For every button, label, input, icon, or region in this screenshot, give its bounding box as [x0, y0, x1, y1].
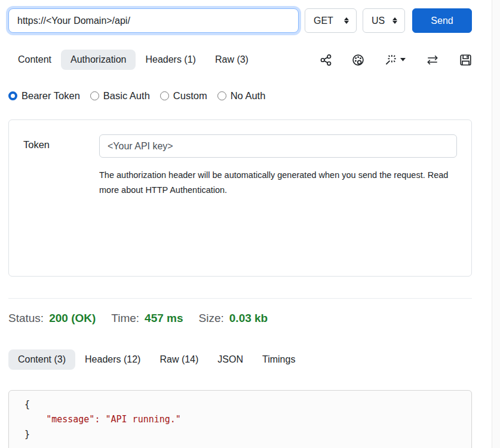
method-select[interactable]: GET [305, 8, 357, 33]
time-label: Time: [111, 312, 139, 325]
response-time: Time: 457 ms [111, 312, 183, 325]
send-button[interactable]: Send [412, 8, 472, 33]
palette-icon[interactable] [352, 54, 364, 66]
tab-response-raw[interactable]: Raw (14) [150, 349, 208, 370]
radio-no-auth[interactable]: No Auth [217, 90, 266, 102]
response-body: { "message": "API running." } [8, 390, 472, 448]
radio-bearer-token[interactable]: Bearer Token [8, 90, 80, 102]
radio-unchecked-icon [160, 91, 169, 100]
scrollbar-track[interactable] [492, 0, 500, 448]
json-value: "API running." [105, 414, 180, 425]
tab-response-timings[interactable]: Timings [253, 349, 305, 370]
radio-label: Basic Auth [103, 90, 150, 102]
tab-response-content[interactable]: Content (3) [8, 349, 75, 370]
json-indent [24, 414, 46, 425]
save-icon[interactable] [459, 54, 472, 66]
select-updown-icon [392, 17, 397, 24]
region-select[interactable]: US [363, 8, 405, 33]
radio-unchecked-icon [90, 91, 99, 100]
json-open-brace: { [24, 399, 30, 410]
region-select-value: US [372, 16, 385, 26]
request-bar: GET US Send [8, 8, 472, 33]
magic-wand-icon[interactable] [384, 54, 406, 66]
radio-checked-icon [8, 91, 17, 100]
radio-basic-auth[interactable]: Basic Auth [90, 90, 150, 102]
tab-content[interactable]: Content [8, 50, 61, 70]
section-divider [8, 298, 472, 299]
response-status-bar: Status: 200 (OK) Time: 457 ms Size: 0.03… [8, 312, 268, 325]
auth-helper-text: The authorization header will be automat… [99, 168, 453, 198]
toolbar [320, 54, 472, 66]
json-close-brace: } [24, 429, 30, 440]
select-updown-icon [344, 17, 349, 24]
status-value: 200 (OK) [49, 312, 96, 325]
caret-down-icon [400, 58, 406, 62]
radio-label: No Auth [231, 90, 266, 102]
status-label: Status: [8, 312, 44, 325]
response-size: Size: 0.03 kb [199, 312, 268, 325]
radio-label: Bearer Token [22, 90, 80, 102]
method-select-value: GET [314, 16, 333, 26]
json-key: "message" [46, 414, 94, 425]
size-label: Size: [199, 312, 224, 325]
tab-raw[interactable]: Raw (3) [205, 50, 258, 70]
json-separator: : [94, 414, 105, 425]
response-tabs: Content (3) Headers (12) Raw (14) JSON T… [8, 349, 305, 370]
auth-type-options: Bearer Token Basic Auth Custom No Auth [8, 90, 265, 102]
radio-custom[interactable]: Custom [160, 90, 207, 102]
token-label: Token [23, 134, 99, 198]
token-input[interactable] [99, 134, 457, 158]
tab-response-json[interactable]: JSON [208, 349, 253, 370]
share-icon[interactable] [320, 54, 332, 66]
status-code: Status: 200 (OK) [8, 312, 96, 325]
tab-response-headers[interactable]: Headers (12) [75, 349, 150, 370]
auth-panel: Token The authorization header will be a… [8, 119, 472, 277]
size-value: 0.03 kb [229, 312, 268, 325]
time-value: 457 ms [145, 312, 183, 325]
swap-arrows-icon[interactable] [425, 54, 440, 66]
radio-unchecked-icon [217, 91, 226, 100]
url-input[interactable] [8, 8, 299, 33]
json-response: { "message": "API running." } [24, 397, 471, 442]
request-tabs: Content Authorization Headers (1) Raw (3… [8, 50, 472, 70]
radio-label: Custom [173, 90, 207, 102]
tab-authorization[interactable]: Authorization [61, 50, 136, 70]
tab-headers[interactable]: Headers (1) [136, 50, 205, 70]
